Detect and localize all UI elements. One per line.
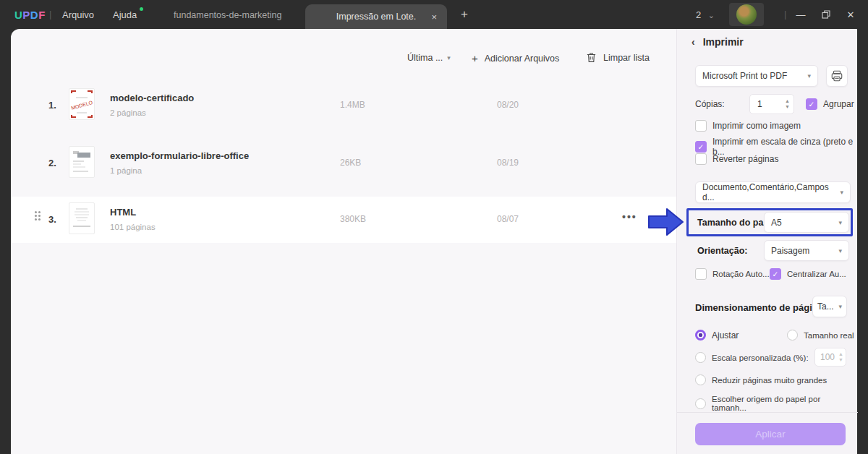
tab-label: Impressão em Lote. (336, 12, 416, 22)
panel-header: ‹ Imprimir (692, 36, 744, 48)
panel-title: Imprimir (703, 36, 744, 48)
fit-radio[interactable]: Ajustar (695, 330, 739, 340)
html-thumb-art (69, 203, 94, 234)
row-index: 3. (48, 214, 56, 225)
file-pages: 101 páginas (110, 223, 156, 231)
sort-dropdown[interactable]: Última ... ▾ (407, 53, 451, 63)
app-window: UPDF | Arquivo Ajuda fundamentos-de-mark… (0, 0, 868, 454)
collate-checkbox[interactable]: ✓ Agrupar (806, 98, 854, 110)
plus-icon: + (472, 52, 478, 64)
auto-rotate-checkbox[interactable]: Rotação Auto... (695, 268, 770, 280)
chevron-down-icon: ⌄ (708, 11, 715, 20)
new-tab-button[interactable]: + (456, 6, 473, 23)
custom-scale-stepper[interactable]: 100 ▲▼ (814, 348, 846, 367)
file-pages: 1 página (110, 166, 142, 175)
paper-size-select[interactable]: A5 ▾ (764, 212, 849, 233)
file-date: 08/07 (497, 214, 519, 224)
checkbox-icon[interactable] (695, 268, 707, 280)
menu-ajuda[interactable]: Ajuda (113, 9, 137, 20)
file-thumbnail-html (69, 202, 95, 234)
ajuda-notification-dot (140, 7, 143, 11)
trash-icon (586, 51, 597, 64)
file-size: 26KB (340, 158, 361, 168)
radio-icon[interactable] (695, 352, 706, 363)
clear-list-button[interactable]: Limpar lista (586, 51, 650, 64)
drag-handle[interactable] (35, 211, 37, 213)
tab-impressao-em-lote[interactable]: Impressão em Lote. × (305, 4, 447, 29)
checkbox-icon[interactable] (695, 153, 707, 165)
row-index: 1. (48, 100, 56, 111)
checkbox-icon[interactable] (695, 120, 707, 132)
reverse-pages-checkbox[interactable]: Reverter páginas (695, 153, 778, 165)
print-content-select[interactable]: Documento,Comentário,Campos d... ▾ (695, 181, 851, 203)
panel-divider (677, 412, 858, 413)
copies-stepper[interactable]: 1 ▲▼ (749, 94, 794, 114)
printer-select[interactable]: Microsoft Print to PDF ▾ (695, 65, 818, 87)
print-panel: ‹ Imprimir Microsoft Print to PDF ▾ Cópi… (676, 29, 857, 454)
row-index: 2. (48, 158, 56, 168)
radio-icon[interactable] (695, 398, 706, 409)
page-scaling-label: Dimensionamento de pági... (695, 302, 820, 313)
file-date: 08/20 (497, 100, 519, 110)
radio-icon[interactable] (695, 374, 706, 385)
annotation-arrow-icon (648, 207, 684, 237)
chevron-down-icon: ▾ (838, 247, 842, 254)
close-button[interactable]: ✕ (842, 6, 859, 23)
chevron-down-icon: ▾ (838, 219, 842, 226)
file-size: 1.4MB (340, 100, 365, 110)
file-size: 380KB (340, 214, 366, 224)
checkbox-checked-icon[interactable]: ✓ (695, 141, 707, 153)
account-button[interactable] (729, 3, 764, 26)
certificate-thumb-art: MODELO (69, 89, 94, 119)
avatar (736, 4, 757, 25)
stepper-arrows-icon[interactable]: ▲▼ (785, 98, 790, 110)
tab-close-icon[interactable]: × (431, 12, 437, 22)
content-area: Última ... ▾ + Adicionar Arquivos Limpar… (11, 29, 857, 454)
actual-size-radio[interactable]: Tamanho real (787, 330, 854, 340)
paper-source-radio[interactable]: Escolher origem do papel por tamanh... (695, 395, 857, 412)
apply-button[interactable]: Aplicar (695, 423, 846, 445)
print-as-image-checkbox[interactable]: Imprimir como imagem (695, 120, 801, 132)
file-thumbnail-certificate: MODELO (69, 88, 95, 120)
printer-properties-button[interactable] (826, 65, 848, 87)
add-files-button[interactable]: + Adicionar Arquivos (472, 52, 559, 64)
checkbox-checked-icon[interactable]: ✓ (806, 98, 817, 110)
radio-icon[interactable] (787, 330, 798, 340)
paper-size-label: Tamanho do pa... (697, 218, 771, 228)
file-date: 08/19 (497, 158, 519, 168)
menu-arquivo[interactable]: Arquivo (62, 9, 94, 20)
tab-fundamentos-de-marketing[interactable]: fundamentos-de-marketing (174, 10, 281, 20)
minimize-button[interactable]: — (792, 6, 809, 23)
custom-scale-radio[interactable]: Escala personalizada (%): (695, 352, 809, 363)
file-pages: 2 páginas (110, 108, 146, 117)
title-bar: UPDF | Arquivo Ajuda fundamentos-de-mark… (0, 0, 868, 29)
more-options-button[interactable]: ••• (622, 211, 637, 223)
svg-text:MODELO: MODELO (71, 100, 94, 111)
chevron-down-icon: ▾ (840, 189, 843, 196)
printer-icon (830, 69, 843, 82)
form-thumb-art (69, 147, 94, 177)
back-icon[interactable]: ‹ (692, 36, 695, 48)
checkbox-checked-icon[interactable]: ✓ (770, 268, 781, 280)
stepper-arrows-icon: ▲▼ (838, 351, 843, 363)
restore-button[interactable] (817, 6, 835, 23)
orientation-label: Orientação: (697, 246, 747, 256)
restore-icon (822, 10, 830, 19)
chevron-down-icon: ▾ (807, 72, 811, 80)
doc-count-dropdown[interactable]: 2 ⌄ (696, 9, 715, 20)
copies-label: Cópias: (695, 99, 725, 109)
file-thumbnail-form (69, 146, 95, 178)
file-name: HTML (110, 207, 136, 218)
window-separator: | (784, 9, 786, 20)
radio-selected-icon[interactable] (695, 330, 706, 340)
logo-separator: | (49, 9, 51, 20)
shrink-oversized-radio[interactable]: Reduzir páginas muito grandes (695, 374, 827, 385)
auto-center-checkbox[interactable]: ✓ Centralizar Au... (770, 268, 846, 280)
file-name: exemplo-formulario-libre-office (110, 150, 249, 161)
chevron-down-icon: ▾ (838, 303, 842, 310)
orientation-select[interactable]: Paisagem ▾ (764, 240, 849, 261)
file-name: modelo-certificado (110, 93, 194, 103)
chevron-down-icon: ▾ (447, 54, 451, 61)
page-scaling-select[interactable]: Ta... ▾ (812, 296, 847, 317)
updf-logo: UPDF (14, 9, 46, 22)
